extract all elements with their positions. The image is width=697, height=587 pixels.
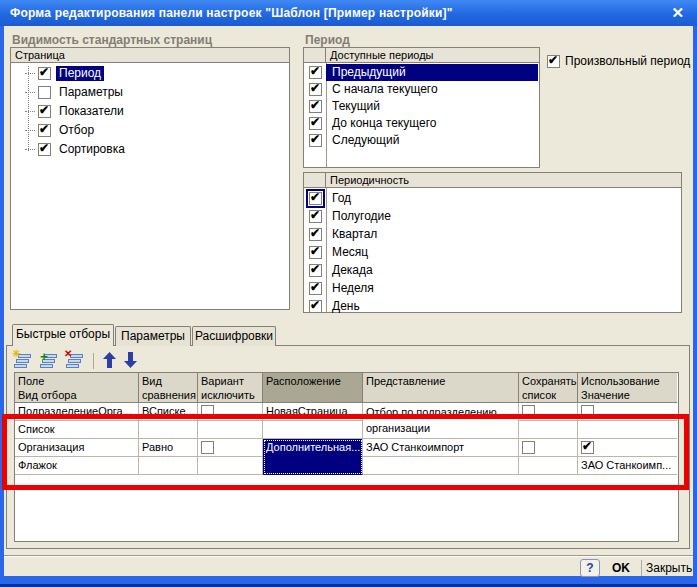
cell-value[interactable]: ЗАО Станкоимп... [578, 457, 677, 475]
periodicity-header[interactable]: Периодичность [326, 173, 681, 187]
checkbox[interactable] [201, 405, 214, 418]
checkbox[interactable] [309, 264, 322, 277]
cell-comparison[interactable]: Равно [139, 439, 198, 457]
checkbox-column-header[interactable] [304, 173, 326, 187]
column-header-use-value[interactable]: Использование Значение [578, 373, 677, 403]
checkbox[interactable] [309, 246, 322, 259]
pages-tree-header[interactable]: Страница [11, 48, 289, 63]
checkbox[interactable] [581, 441, 594, 454]
tree-item-sorting[interactable]: Сортировка [13, 140, 287, 159]
available-periods-header[interactable]: Доступные периоды [326, 48, 539, 62]
cell-value[interactable] [578, 421, 677, 439]
cell-use[interactable] [578, 403, 677, 421]
cell-comparison[interactable]: ВСписке... [139, 403, 198, 421]
cell-location-selected[interactable]: Дополнительная... [263, 439, 363, 475]
checkbox[interactable] [309, 134, 322, 147]
cell-save-list[interactable] [519, 403, 578, 421]
checkbox[interactable] [201, 441, 214, 454]
cell-empty[interactable] [198, 421, 263, 439]
checkbox[interactable] [309, 300, 322, 313]
periodicity-item-week[interactable]: Неделя [305, 279, 680, 297]
checkbox-column-header[interactable] [304, 48, 326, 62]
period-item-to-end[interactable]: До конца текущего [305, 115, 538, 132]
periodicity-item-halfyear[interactable]: Полугодие [305, 207, 680, 225]
cell-filter-kind[interactable]: Список [15, 421, 139, 439]
checkbox[interactable] [309, 117, 322, 130]
period-item-label: Следующий [326, 132, 538, 149]
column-header-line: список [522, 388, 574, 402]
checkbox[interactable] [38, 124, 51, 137]
move-down-icon[interactable] [123, 352, 138, 369]
checkbox[interactable] [522, 441, 535, 454]
title-bar: Форма редактирования панели настроек "Ша… [0, 0, 697, 26]
column-header-presentation[interactable]: Представление [363, 373, 519, 403]
cell-empty[interactable] [263, 421, 363, 439]
period-item-next[interactable]: Следующий [305, 132, 538, 149]
arbitrary-period-option[interactable]: Произвольный период [547, 54, 690, 68]
checkbox[interactable] [309, 210, 322, 223]
tree-item-filter[interactable]: Отбор [13, 121, 287, 140]
tab-parameters[interactable]: Параметры [115, 326, 191, 346]
delete-filter-icon[interactable]: ✕ [65, 352, 85, 369]
tree-item-parameters[interactable]: Параметры [13, 83, 287, 102]
close-icon[interactable]: ✕ [671, 4, 684, 22]
cell-location[interactable]: НоваяСтраница [263, 403, 363, 421]
periodicity-item-label: Год [326, 190, 680, 207]
column-header-exclude[interactable]: Вариант исключить [198, 373, 263, 403]
cell-field[interactable]: ПодразделениеОрга... [15, 403, 139, 421]
periodicity-item-year[interactable]: Год [305, 189, 680, 207]
cell-presentation[interactable]: ЗАО Станкоимпорт [363, 439, 519, 457]
cell-empty[interactable] [139, 421, 198, 439]
period-item-previous[interactable]: Предыдущий [305, 64, 538, 81]
cell-exclude[interactable] [198, 439, 263, 457]
checkbox[interactable] [38, 143, 51, 156]
checkbox[interactable] [522, 405, 535, 418]
cell-use[interactable] [578, 439, 677, 457]
checkbox[interactable] [581, 405, 594, 418]
help-button[interactable]: ? [580, 559, 600, 577]
periodicity-item-day[interactable]: День [305, 297, 680, 315]
move-up-icon[interactable] [102, 352, 117, 369]
checkbox[interactable] [309, 100, 322, 113]
cell-exclude[interactable] [198, 403, 263, 421]
checkbox[interactable] [38, 67, 51, 80]
column-header-location[interactable]: Расположение [263, 373, 363, 403]
new-filter-icon[interactable]: ✳ [13, 352, 33, 369]
cell-presentation[interactable]: Отбор по подразделению организации [363, 403, 519, 439]
cell-empty[interactable] [519, 421, 578, 439]
tree-item-indicators[interactable]: Показатели [13, 102, 287, 121]
cell-field[interactable]: Организация [15, 439, 139, 457]
column-header-comparison[interactable]: Вид сравнения [139, 373, 198, 403]
periodicity-item-decade[interactable]: Декада [305, 261, 680, 279]
checkbox[interactable] [309, 192, 322, 205]
periodicity-item-month[interactable]: Месяц [305, 243, 680, 261]
tree-item-period[interactable]: Период [13, 64, 287, 83]
cell-save-list[interactable] [519, 439, 578, 457]
checkbox[interactable] [547, 55, 560, 68]
checkbox[interactable] [38, 86, 51, 99]
column-header-field[interactable]: Поле Вид отбора [15, 373, 139, 403]
checkbox[interactable] [309, 66, 322, 79]
cell-empty[interactable] [519, 457, 578, 475]
add-filter-icon[interactable]: ＋ [39, 352, 59, 369]
tab-decodings[interactable]: Расшифровки [192, 326, 276, 346]
close-button[interactable]: Закрыть [646, 560, 692, 577]
checkbox[interactable] [309, 83, 322, 96]
checkbox[interactable] [309, 282, 322, 295]
column-header-line: Расположение [266, 374, 359, 388]
cell-empty[interactable] [139, 457, 198, 475]
periodicity-item-quarter[interactable]: Квартал [305, 225, 680, 243]
tab-quick-filters[interactable]: Быстрые отборы [12, 324, 114, 346]
cell-filter-kind[interactable]: Флажок [15, 457, 139, 475]
cell-empty[interactable] [198, 457, 263, 475]
period-item-from-start[interactable]: С начала текущего [305, 81, 538, 98]
ok-button[interactable]: OK [606, 560, 636, 577]
column-header-line: Представление [366, 374, 515, 388]
checkbox[interactable] [309, 228, 322, 241]
period-item-label: Предыдущий [326, 64, 538, 81]
checkbox[interactable] [38, 105, 51, 118]
column-header-save-list[interactable]: Сохранять список [519, 373, 578, 403]
cell-empty[interactable] [363, 457, 519, 475]
period-item-current[interactable]: Текущий [305, 98, 538, 115]
tree-item-label: Сортировка [56, 142, 128, 157]
